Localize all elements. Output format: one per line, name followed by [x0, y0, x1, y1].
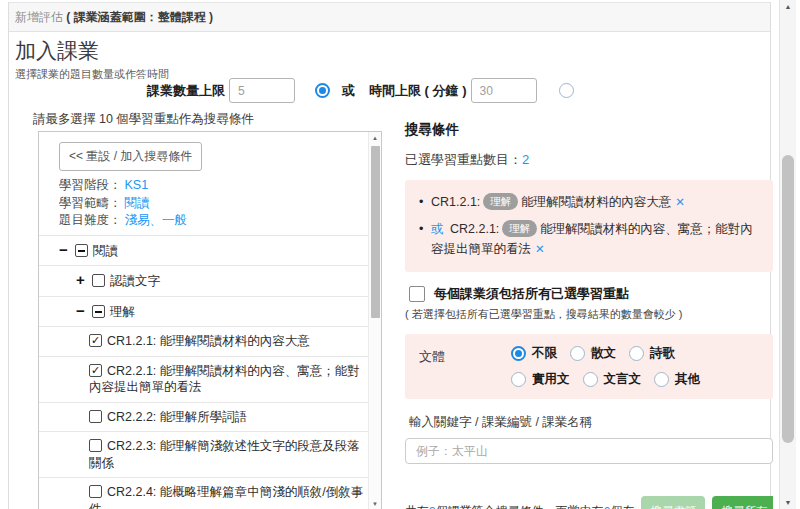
- tree-item[interactable]: −閱讀: [39, 235, 381, 266]
- point-code: CR2.2.1:: [450, 222, 499, 236]
- time-radio[interactable]: [559, 83, 574, 98]
- search-bookmarks-button[interactable]: 搜尋書籤: [641, 496, 705, 509]
- search-criteria-title: 搜尋條件: [405, 121, 773, 139]
- genre-box: 文體 不限散文詩歌實用文文言文其他: [405, 334, 773, 399]
- genre-option-label: 散文: [591, 345, 616, 362]
- filter-label: 題目難度：: [59, 213, 122, 227]
- filter-label: 學習階段：: [59, 178, 122, 192]
- genre-option-label: 詩歌: [650, 345, 675, 362]
- results-text: 個課業符合搜尋條件，而當中有: [436, 503, 604, 509]
- tree-item-label: 認讀文字: [110, 274, 160, 288]
- tree-item-checkbox[interactable]: [92, 274, 105, 287]
- learning-point-tree-box: << 重設 / 加入搜尋條件 學習階段：KS1學習範疇：閱讀題目難度：淺易、一般…: [38, 131, 382, 509]
- quantity-radio[interactable]: [315, 83, 330, 98]
- genre-option-label: 文言文: [604, 371, 642, 388]
- tree-item[interactable]: −理解: [39, 296, 381, 327]
- include-all-row: 每個課業須包括所有已選學習重點: [409, 285, 773, 303]
- genre-option[interactable]: 其他: [654, 371, 700, 388]
- search-all-button[interactable]: 搜尋所有: [712, 496, 773, 509]
- filter-value[interactable]: KS1: [125, 178, 149, 192]
- selected-point-item: CR1.2.1:理解能理解閱讀材料的內容大意✕: [415, 189, 759, 216]
- filter-label: 學習範疇：: [59, 196, 122, 210]
- genre-option-label: 不限: [532, 345, 557, 362]
- tree-filters: 學習階段：KS1學習範疇：閱讀題目難度：淺易、一般: [59, 177, 365, 230]
- genre-option-label: 實用文: [532, 371, 570, 388]
- tree-item-label: CR2.2.1: 能理解閱讀材料的內容、寓意；能對內容提出簡單的看法: [89, 364, 360, 395]
- tree-item-checkbox[interactable]: [75, 244, 88, 257]
- add-homework-panel: 新增評估 ( 課業涵蓋範圍：整體課程 ) 加入課業 選擇課業的題目數量或作答時間…: [8, 2, 771, 509]
- genre-radio[interactable]: [511, 346, 526, 361]
- tree-item-label: CR2.2.2: 能理解所學詞語: [107, 410, 247, 424]
- collapse-icon[interactable]: −: [59, 242, 75, 259]
- genre-label: 文體: [419, 345, 511, 388]
- selected-points-box: CR1.2.1:理解能理解閱讀材料的內容大意✕或 CR2.2.1:理解能理解閱讀…: [405, 180, 773, 272]
- quantity-limit-input[interactable]: [229, 78, 295, 103]
- breadcrumb-scope: ( 課業涵蓋範圍：整體課程 ): [66, 10, 213, 24]
- tree-item-checkbox[interactable]: [89, 485, 102, 498]
- time-limit-input[interactable]: [471, 78, 537, 103]
- genre-option[interactable]: 散文: [570, 345, 616, 362]
- tree-item-label: CR1.2.1: 能理解閱讀材料的內容大意: [107, 334, 310, 348]
- genre-radio[interactable]: [511, 372, 526, 387]
- genre-option[interactable]: 詩歌: [629, 345, 675, 362]
- tree-item-checkbox[interactable]: [89, 334, 102, 347]
- scroll-up-icon[interactable]: ▲: [780, 3, 796, 10]
- page-title: 加入課業: [15, 37, 99, 65]
- genre-radio[interactable]: [570, 346, 585, 361]
- keyword-input[interactable]: [405, 438, 773, 464]
- selected-point-item: 或 CR2.2.1:理解能理解閱讀材料的內容、寓意；能對內容提出簡單的看法✕: [415, 216, 759, 263]
- tree-item[interactable]: +認讀文字: [39, 265, 381, 296]
- genre-option[interactable]: 不限: [511, 345, 557, 362]
- expand-icon[interactable]: +: [76, 272, 92, 289]
- selected-points-list: CR1.2.1:理解能理解閱讀材料的內容大意✕或 CR2.2.1:理解能理解閱讀…: [415, 189, 759, 263]
- scroll-up-icon[interactable]: ▲: [369, 135, 381, 141]
- point-code: CR1.2.1:: [431, 195, 480, 209]
- breadcrumb-title: 新增評估: [15, 10, 66, 24]
- tree-scrollbar[interactable]: ▲ ▼: [368, 132, 381, 509]
- tree-item[interactable]: CR2.2.3: 能理解簡淺敘述性文字的段意及段落關係: [39, 431, 381, 477]
- genre-option[interactable]: 實用文: [511, 371, 570, 388]
- breadcrumb-bar: 新增評估 ( 課業涵蓋範圍：整體課程 ): [9, 3, 770, 32]
- genre-option[interactable]: 文言文: [583, 371, 642, 388]
- tree-item-label: CR2.2.4: 能概略理解篇章中簡淺的順敘/倒敘事件: [89, 485, 363, 509]
- genre-options: 不限散文詩歌實用文文言文其他: [511, 345, 759, 388]
- reset-add-criteria-button[interactable]: << 重設 / 加入搜尋條件: [59, 142, 202, 171]
- genre-radio[interactable]: [629, 346, 644, 361]
- scroll-down-icon[interactable]: ▼: [780, 499, 796, 506]
- tree-item[interactable]: CR2.2.2: 能理解所學詞語: [39, 402, 381, 432]
- selected-count-value: 2: [522, 152, 529, 167]
- tree-filter-line: 學習階段：KS1: [59, 177, 365, 195]
- tree-item-label: 理解: [110, 305, 135, 319]
- tree-item[interactable]: CR2.2.1: 能理解閱讀材料的內容、寓意；能對內容提出簡單的看法: [39, 356, 381, 402]
- filter-value[interactable]: 淺易、一般: [125, 213, 188, 227]
- tree-item[interactable]: CR1.2.1: 能理解閱讀材料的內容大意: [39, 326, 381, 356]
- include-all-checkbox[interactable]: [409, 286, 425, 302]
- tree-hint: 請最多選擇 10 個學習重點作為搜尋條件: [33, 111, 254, 128]
- filter-value[interactable]: 閱讀: [125, 196, 150, 210]
- comprehension-badge: 理解: [502, 220, 537, 237]
- tree-item[interactable]: CR2.2.4: 能概略理解篇章中簡淺的順敘/倒敘事件: [39, 477, 381, 509]
- remove-point-icon[interactable]: ✕: [675, 196, 685, 208]
- keyword-label: 輸入關鍵字 / 課業編號 / 課業名稱: [409, 414, 773, 431]
- collapse-icon[interactable]: −: [76, 303, 92, 320]
- genre-radio[interactable]: [654, 372, 669, 387]
- tree-item-checkbox[interactable]: [89, 439, 102, 452]
- page-scrollbar[interactable]: ▲ ▼: [779, 0, 796, 509]
- bookmark-count: 0: [604, 505, 611, 509]
- selected-count-label: 已選學習重點數目：: [405, 152, 522, 167]
- time-limit-label: 時間上限 ( 分鐘 ): [369, 82, 467, 100]
- learning-point-tree: −閱讀+認讀文字−理解CR1.2.1: 能理解閱讀材料的內容大意CR2.2.1:…: [39, 235, 381, 509]
- include-all-label: 每個課業須包括所有已選學習重點: [434, 285, 629, 303]
- or-prefix: 或: [431, 222, 447, 236]
- tree-item-checkbox[interactable]: [89, 410, 102, 423]
- tree-item-checkbox[interactable]: [92, 305, 105, 318]
- page-scrollbar-thumb[interactable]: [782, 155, 794, 443]
- genre-radio[interactable]: [583, 372, 598, 387]
- genre-option-label: 其他: [675, 371, 700, 388]
- tree-scrollbar-thumb[interactable]: [371, 146, 380, 318]
- remove-point-icon[interactable]: ✕: [535, 243, 545, 255]
- include-all-note: ( 若選擇包括所有已選學習重點，搜尋結果的數量會較少 ): [405, 307, 773, 322]
- tree-item-checkbox[interactable]: [89, 364, 102, 377]
- scroll-down-icon[interactable]: ▼: [369, 501, 381, 507]
- results-text: 個在: [610, 503, 634, 509]
